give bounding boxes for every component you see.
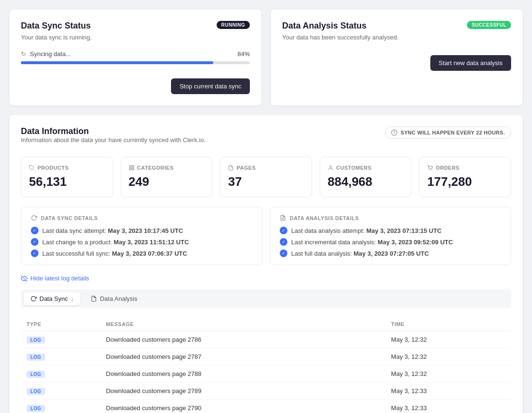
log-type-cell: LOG [21,331,100,348]
log-type-cell: LOG [21,365,100,383]
log-message-cell: Downloaded customers page 2789 [100,383,385,400]
stat-categories-value: 249 [129,174,205,189]
stat-customers-label: CUSTOMERS [328,165,404,171]
sync-status-card: Data Sync Status RUNNING Your data sync … [10,10,261,106]
log-table-header-row: TYPE MESSAGE TIME [21,317,511,331]
sync-card-header: Data Sync Status RUNNING [21,21,250,31]
analysis-detail-icon [280,215,286,221]
svg-point-8 [432,170,432,170]
progress-bar-background [21,61,250,64]
stats-row: PRODUCTS 56,131 CATEGORIES 249 PAGES 37 [21,157,511,197]
log-time-cell: May 3, 12:32 [385,365,511,383]
log-time-cell: May 3, 12:33 [385,400,511,413]
page-wrapper: Data Sync Status RUNNING Your data sync … [10,10,522,413]
svg-point-6 [330,166,332,168]
details-row: DATA SYNC DETAILS Last data sync attempt… [21,207,511,265]
tag-icon [29,165,35,171]
sync-card-title: Data Sync Status [21,21,91,31]
analysis-card-footer: Start new data analysis [282,55,511,71]
col-message: MESSAGE [100,317,385,331]
log-message-cell: Downloaded customers page 2788 [100,365,385,383]
stat-products-label: PRODUCTS [29,165,105,171]
file-icon [228,165,234,171]
stop-sync-button[interactable]: Stop current data sync [171,78,250,94]
sync-tab-icon [30,296,37,302]
log-type-badge: LOG [27,354,45,361]
sync-detail-item-3: Last successful full sync: May 3, 2023 0… [31,250,252,257]
stat-customers: CUSTOMERS 884,968 [320,157,412,197]
log-time-cell: May 3, 12:32 [385,348,511,365]
analysis-details-title: DATA ANALYSIS DETAILS [280,215,501,221]
log-time-cell: May 3, 12:32 [385,331,511,348]
log-type-cell: LOG [21,383,100,400]
info-section-header: Data Information Information about the d… [21,126,511,155]
log-type-badge: LOG [27,336,45,344]
check-icon-3 [31,250,38,257]
log-table-body: LOG Downloaded customers page 2786 May 3… [21,331,511,413]
col-type: TYPE [21,317,100,331]
tab-data-analysis[interactable]: Data Analysis [84,292,144,305]
cart-icon [427,165,433,171]
svg-rect-2 [129,166,131,168]
running-badge: RUNNING [217,21,250,29]
tab-data-sync[interactable]: Data Sync ↓ [24,292,80,305]
stat-orders-label: ORDERS [427,165,503,171]
sync-details-card: DATA SYNC DETAILS Last data sync attempt… [21,207,262,265]
check-icon-1 [31,227,38,234]
analysis-status-card: Data Analysis Status SUCCESSFUL Your dat… [271,10,522,106]
log-time-cell: May 3, 12:33 [385,383,511,400]
svg-rect-3 [132,166,134,168]
log-type-badge: LOG [27,388,45,395]
analysis-details-card: DATA ANALYSIS DETAILS Last data analysis… [270,207,511,265]
table-row: LOG Downloaded customers page 2788 May 3… [21,365,511,383]
stat-products-value: 56,131 [29,174,105,189]
col-time: TIME [385,317,511,331]
stat-orders: ORDERS 177,280 [419,157,511,197]
stat-pages-value: 37 [228,174,304,189]
stat-customers-value: 884,968 [328,174,404,189]
log-table: TYPE MESSAGE TIME LOG Downloaded custome… [21,317,511,413]
check-icon-6 [280,250,287,257]
log-message-cell: Downloaded customers page 2786 [100,331,385,348]
sync-spinner-icon: ↻ [21,50,26,58]
sync-detail-icon [31,215,37,221]
check-icon-2 [31,238,38,246]
sync-percent: 84% [238,50,250,58]
data-info-section: Data Information Information about the d… [10,115,522,413]
svg-rect-4 [129,168,131,170]
log-type-badge: LOG [27,405,45,412]
stat-pages-label: PAGES [228,165,304,171]
table-row: LOG Downloaded customers page 2789 May 3… [21,383,511,400]
svg-point-7 [429,170,429,170]
log-message-cell: Downloaded customers page 2787 [100,348,385,365]
analysis-card-subtitle: Your data has been successfully analysed… [282,34,511,41]
log-message-cell: Downloaded customers page 2790 [100,400,385,413]
log-type-badge: LOG [27,371,45,378]
log-tabs-row: Data Sync ↓ Data Analysis [21,289,511,308]
info-section-title: Data Information [21,126,206,136]
sync-schedule-badge: SYNC WILL HAPPEN EVERY 22 HOURS. [385,126,511,139]
log-type-cell: LOG [21,348,100,365]
hide-log-link[interactable]: Hide latest log details [21,275,511,282]
sync-card-footer: Stop current data sync [21,78,250,94]
sync-detail-item-2: Last change to a product: May 3, 2023 11… [31,238,252,246]
successful-badge: SUCCESSFUL [467,21,511,29]
stat-pages: PAGES 37 [220,157,312,197]
start-analysis-button[interactable]: Start new data analysis [430,55,511,71]
analysis-detail-item-1: Last data analysis attempt: May 3, 2023 … [280,227,501,234]
sync-card-subtitle: Your data sync is running. [21,34,250,41]
stat-orders-value: 177,280 [427,174,503,189]
user-icon [328,165,333,171]
info-title-group: Data Information Information about the d… [21,126,206,155]
sync-progress-row: ↻ Syncing data... 84% [21,50,250,58]
grid-icon [129,165,134,171]
analysis-detail-item-2: Last incremental data analysis: May 3, 2… [280,238,501,246]
info-section-subtitle: Information about the data your have cur… [21,136,206,144]
stat-products: PRODUCTS 56,131 [21,157,113,197]
stat-categories: CATEGORIES 249 [121,157,213,197]
analysis-card-header: Data Analysis Status SUCCESSFUL [282,21,511,31]
progress-bar-fill [21,61,213,64]
stat-categories-label: CATEGORIES [129,165,205,171]
clock-icon [391,129,398,136]
table-row: LOG Downloaded customers page 2790 May 3… [21,400,511,413]
